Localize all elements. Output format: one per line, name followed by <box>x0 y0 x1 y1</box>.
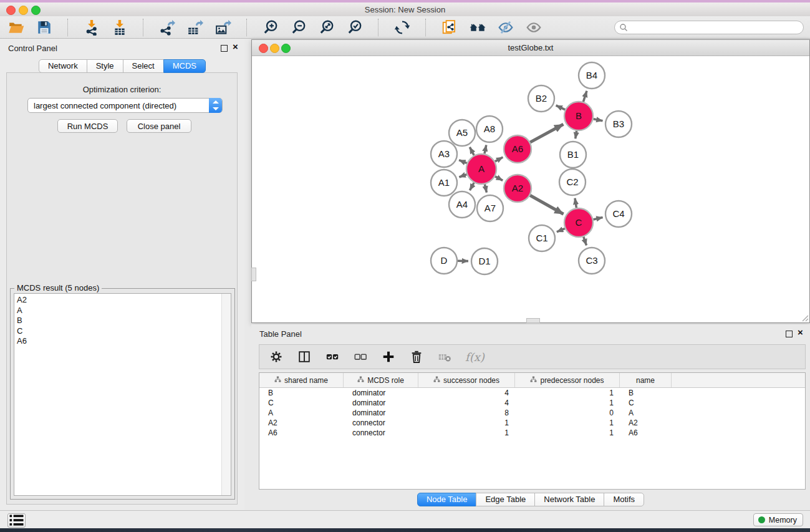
show-graphics-details-icon[interactable] <box>525 19 542 36</box>
table-row[interactable]: A2connector11A2 <box>259 418 805 428</box>
node-B1[interactable]: B1 <box>560 142 586 168</box>
float-panel-icon[interactable] <box>221 45 228 52</box>
result-item[interactable]: B <box>14 316 221 326</box>
deselect-all-icon[interactable] <box>353 349 368 364</box>
close-panel-button[interactable]: Close panel <box>127 119 191 133</box>
node-A7[interactable]: A7 <box>477 195 503 221</box>
edge-A-A6[interactable] <box>495 157 503 162</box>
gear-icon[interactable] <box>269 349 284 364</box>
save-session-icon[interactable] <box>36 19 53 36</box>
zoom-in-icon[interactable] <box>262 19 279 36</box>
edge-C-C1[interactable] <box>557 228 565 232</box>
node-B[interactable]: B <box>564 102 593 130</box>
node-A6[interactable]: A6 <box>504 135 531 163</box>
columns-icon[interactable] <box>297 349 312 364</box>
run-mcds-button[interactable]: Run MCDS <box>57 119 118 133</box>
search-input[interactable] <box>614 21 804 34</box>
edge-A-A5[interactable] <box>470 147 474 155</box>
export-image-icon[interactable] <box>215 19 232 36</box>
result-item[interactable]: C <box>14 326 221 337</box>
splitter-handle-left[interactable] <box>251 268 256 281</box>
network-document-icon[interactable] <box>441 19 458 36</box>
node-C2[interactable]: C2 <box>559 169 586 195</box>
column-header-mcds-role[interactable]: MCDS role <box>344 373 418 387</box>
trash-icon[interactable] <box>409 349 424 364</box>
node-A4[interactable]: A4 <box>449 191 475 218</box>
edge-A-A8[interactable] <box>485 145 486 154</box>
float-panel-icon[interactable] <box>786 331 793 337</box>
node-D[interactable]: D <box>431 248 457 274</box>
zoom-fit-icon[interactable] <box>318 19 335 36</box>
result-item[interactable]: A2 <box>14 295 221 306</box>
criterion-dropdown[interactable]: largest connected component (directed) <box>27 98 223 113</box>
open-session-icon[interactable] <box>7 19 25 36</box>
node-A8[interactable]: A8 <box>476 116 503 142</box>
tab-node-table[interactable]: Node Table <box>417 493 477 506</box>
resize-grip-icon[interactable] <box>800 313 809 322</box>
edge-B-B4[interactable] <box>583 91 587 102</box>
edge-A6-B[interactable] <box>530 124 563 142</box>
tab-network[interactable]: Network <box>39 59 87 73</box>
node-C4[interactable]: C4 <box>605 201 632 227</box>
node-C1[interactable]: C1 <box>529 225 555 251</box>
export-table-icon[interactable] <box>186 19 204 36</box>
edge-A-A3[interactable] <box>459 160 467 163</box>
edge-A-A4[interactable] <box>470 183 474 190</box>
node-B3[interactable]: B3 <box>605 111 632 137</box>
node-A5[interactable]: A5 <box>449 120 475 146</box>
import-network-icon[interactable] <box>83 19 100 36</box>
close-panel-icon[interactable]: × <box>798 327 803 338</box>
tab-select[interactable]: Select <box>123 59 164 73</box>
zoom-selected-icon[interactable] <box>346 19 364 36</box>
table-row[interactable]: Bdominator41B <box>259 388 805 398</box>
task-history-button[interactable] <box>7 513 26 528</box>
edge-B-B3[interactable] <box>594 119 603 121</box>
zoom-out-icon[interactable] <box>290 19 307 36</box>
edge-A2-C[interactable] <box>530 195 564 214</box>
column-header-predecessor-nodes[interactable]: predecessor nodes <box>515 373 620 387</box>
tab-network-table[interactable]: Network Table <box>534 493 604 506</box>
node-C[interactable]: C <box>564 208 593 237</box>
select-all-icon[interactable] <box>325 349 340 364</box>
network-canvas[interactable]: B4B2BB3A5A8A6A3AB1A1C2A2A4A7C4CC1DD1C3 <box>252 56 809 322</box>
column-header-shared-name[interactable]: shared name <box>259 373 344 387</box>
memory-button[interactable]: Memory <box>753 513 803 526</box>
splitter-handle-bottom[interactable] <box>526 318 540 323</box>
edge-C-C3[interactable] <box>584 237 587 246</box>
close-panel-icon[interactable]: × <box>233 41 238 52</box>
delete-table-icon[interactable] <box>437 349 452 364</box>
column-header-name[interactable]: name <box>620 373 672 387</box>
tab-style[interactable]: Style <box>87 59 123 73</box>
node-A2[interactable]: A2 <box>504 175 531 202</box>
edge-A-A2[interactable] <box>495 177 503 181</box>
tab-mcds[interactable]: MCDS <box>163 59 206 73</box>
hide-graphics-details-icon[interactable] <box>497 19 514 36</box>
tab-motifs[interactable]: Motifs <box>604 493 644 506</box>
table-row[interactable]: Cdominator41C <box>259 398 805 408</box>
export-network-icon[interactable] <box>158 19 176 36</box>
add-icon[interactable] <box>381 349 396 364</box>
node-A3[interactable]: A3 <box>431 141 457 167</box>
table-row[interactable]: A6connector11A6 <box>259 428 805 438</box>
edge-C-C2[interactable] <box>575 198 576 208</box>
node-C3[interactable]: C3 <box>579 248 605 274</box>
result-item[interactable]: A6 <box>14 336 221 347</box>
column-header-successor-nodes[interactable]: successor nodes <box>418 373 515 387</box>
refresh-layout-icon[interactable] <box>393 19 411 36</box>
edge-A-A1[interactable] <box>459 175 466 177</box>
node-B4[interactable]: B4 <box>579 62 605 89</box>
node-B2[interactable]: B2 <box>528 85 554 112</box>
result-list-scrollbar[interactable] <box>221 294 231 495</box>
import-table-icon[interactable] <box>111 19 128 36</box>
node-A1[interactable]: A1 <box>431 170 457 196</box>
edge-C-C4[interactable] <box>593 218 602 220</box>
edge-A-A7[interactable] <box>485 184 486 192</box>
edge-B-B2[interactable] <box>556 105 566 110</box>
result-item[interactable]: A <box>14 306 221 316</box>
houses-icon[interactable] <box>469 19 486 36</box>
edge-B-B1[interactable] <box>576 131 577 139</box>
node-A[interactable]: A <box>466 154 496 184</box>
table-row[interactable]: Adominator80A <box>259 408 805 418</box>
tab-edge-table[interactable]: Edge Table <box>476 493 535 506</box>
node-D1[interactable]: D1 <box>471 248 498 274</box>
